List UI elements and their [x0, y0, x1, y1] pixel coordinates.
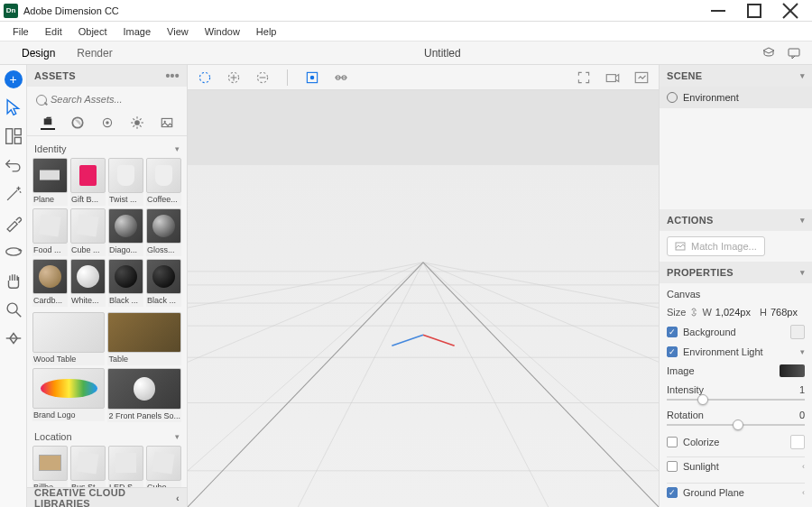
wand-tool[interactable]: [4, 184, 23, 204]
svg-rect-5: [5, 129, 12, 144]
asset-tab-models[interactable]: [41, 115, 55, 130]
svg-line-21: [133, 118, 134, 120]
render-preview-icon[interactable]: [633, 69, 650, 86]
height-value[interactable]: 768px: [770, 307, 798, 318]
horizon-tool[interactable]: [4, 328, 23, 348]
env-light-checkbox[interactable]: [667, 346, 678, 357]
asset-tab-sun[interactable]: [130, 115, 144, 130]
intensity-value[interactable]: 1: [799, 384, 805, 395]
menu-image[interactable]: Image: [116, 24, 159, 39]
subtract-selection-icon[interactable]: [254, 69, 271, 86]
asset-gloss[interactable]: Gloss...: [146, 208, 181, 256]
svg-rect-38: [606, 74, 615, 81]
menu-edit[interactable]: Edit: [38, 24, 69, 39]
colorize-checkbox[interactable]: [667, 437, 678, 447]
asset-coffee[interactable]: Coffee...: [146, 158, 181, 206]
camera-icon[interactable]: [604, 69, 621, 86]
orbit-tool[interactable]: [4, 242, 23, 262]
asset-gift-bag[interactable]: Gift B...: [70, 158, 106, 206]
learn-icon[interactable]: [761, 46, 776, 60]
asset-tab-materials[interactable]: [70, 115, 85, 130]
asset-tab-lights[interactable]: [100, 115, 115, 130]
asset-wood-table[interactable]: Wood Table: [32, 312, 105, 365]
add-tool[interactable]: +: [5, 70, 23, 88]
menu-object[interactable]: Object: [71, 24, 115, 39]
close-button[interactable]: [772, 0, 808, 22]
link-icon[interactable]: [689, 307, 698, 318]
canvas-3d[interactable]: [188, 90, 659, 507]
chevron-left-icon: ‹: [176, 493, 180, 503]
eyedropper-tool[interactable]: [4, 213, 23, 233]
mode-design[interactable]: Design: [11, 43, 66, 63]
asset-plane[interactable]: Plane: [32, 158, 68, 206]
env-image-thumb[interactable]: [780, 364, 805, 377]
chevron-down-icon: ▾: [175, 432, 180, 441]
scene-header: SCENE ▾: [660, 65, 812, 87]
menu-file[interactable]: File: [5, 24, 36, 39]
app-icon: Dn: [4, 4, 18, 18]
asset-table[interactable]: Table: [107, 312, 181, 365]
colorize-swatch[interactable]: [790, 435, 805, 449]
chevron-right-icon[interactable]: ‹: [802, 488, 805, 497]
search-input[interactable]: [34, 90, 180, 108]
asset-billboard[interactable]: Billbo...: [32, 446, 68, 487]
frame-icon[interactable]: [576, 69, 592, 86]
rotation-value[interactable]: 0: [799, 410, 805, 420]
assets-panel: ASSETS ••• Identity▾ Plane Gift B... Twi…: [27, 65, 188, 507]
scene-environment[interactable]: Environment: [660, 87, 812, 108]
layout-tool[interactable]: [4, 126, 23, 146]
chevron-down-icon[interactable]: ▾: [800, 71, 805, 80]
asset-cube[interactable]: Cube ...: [70, 208, 106, 256]
asset-cube2[interactable]: Cube: [146, 446, 181, 487]
assets-header: ASSETS •••: [27, 65, 187, 87]
canvas-label: Canvas: [667, 289, 805, 300]
hand-tool[interactable]: [4, 271, 23, 290]
asset-cardboard[interactable]: Cardb...: [32, 259, 68, 307]
asset-white[interactable]: White...: [70, 259, 106, 307]
feedback-icon[interactable]: [787, 46, 801, 60]
menu-help[interactable]: Help: [249, 24, 284, 39]
ground-plane-checkbox[interactable]: [667, 487, 678, 498]
background-checkbox[interactable]: [667, 327, 678, 337]
assets-menu-icon[interactable]: •••: [165, 69, 180, 83]
undo-tool[interactable]: [4, 155, 23, 175]
menu-window[interactable]: Window: [198, 24, 247, 39]
asset-brand-logo[interactable]: Brand Logo: [32, 368, 105, 421]
svg-rect-25: [161, 118, 171, 126]
chevron-down-icon[interactable]: ▾: [800, 216, 805, 225]
asset-tab-images[interactable]: [160, 115, 174, 130]
match-image-button[interactable]: Match Image...: [667, 236, 765, 256]
zoom-tool[interactable]: [4, 300, 23, 319]
asset-black2[interactable]: Black ...: [146, 259, 181, 307]
chevron-right-icon[interactable]: ‹: [802, 462, 805, 471]
intensity-slider[interactable]: [667, 399, 805, 401]
menu-view[interactable]: View: [160, 24, 196, 39]
modebar: Design Render Untitled: [0, 41, 812, 65]
selection-mode-icon[interactable]: [197, 69, 213, 86]
asset-food[interactable]: Food ...: [32, 208, 68, 256]
asset-led[interactable]: LED S...: [108, 446, 143, 487]
section-location[interactable]: Location▾: [32, 428, 181, 446]
section-identity[interactable]: Identity▾: [32, 140, 181, 158]
asset-diagonal[interactable]: Diago...: [108, 208, 143, 256]
asset-bus-stop[interactable]: Bus St...: [70, 446, 106, 487]
asset-twist[interactable]: Twist ...: [108, 158, 143, 206]
select-tool[interactable]: [4, 97, 23, 117]
maximize-button[interactable]: [736, 0, 772, 22]
rotation-slider[interactable]: [667, 424, 805, 426]
svg-line-48: [188, 263, 423, 362]
mode-render[interactable]: Render: [66, 43, 123, 63]
snap-icon[interactable]: [304, 69, 320, 86]
sunlight-checkbox[interactable]: [667, 461, 678, 472]
minimize-button[interactable]: [700, 0, 736, 22]
background-swatch[interactable]: [790, 325, 805, 339]
add-selection-icon[interactable]: [226, 69, 242, 86]
cc-libraries-header[interactable]: CREATIVE CLOUD LIBRARIES ‹: [27, 487, 187, 507]
chevron-down-icon[interactable]: ▾: [800, 347, 805, 356]
asset-black1[interactable]: Black ...: [108, 259, 143, 307]
width-value[interactable]: 1,024px: [715, 307, 751, 318]
chevron-down-icon[interactable]: ▾: [800, 268, 805, 277]
align-icon[interactable]: [333, 69, 349, 86]
asset-front-panels[interactable]: 2 Front Panels So...: [107, 368, 181, 421]
svg-rect-4: [789, 49, 799, 56]
